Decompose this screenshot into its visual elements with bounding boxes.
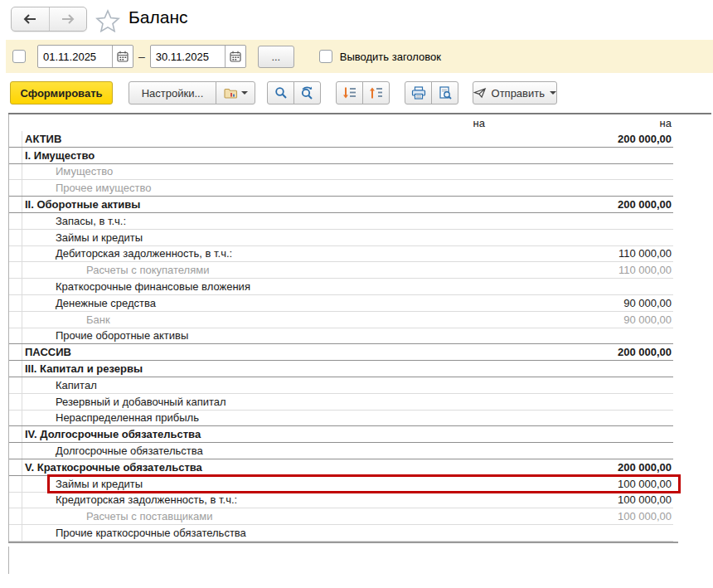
- row-label[interactable]: Резервный и добавочный капитал: [22, 396, 394, 408]
- row-value[interactable]: 200 000,00: [485, 461, 673, 474]
- settings-button[interactable]: Настройки...: [129, 81, 216, 104]
- table-row[interactable]: Прочие оборотные активы: [9, 328, 673, 345]
- table-row[interactable]: Займы и кредиты100 000,00: [9, 476, 673, 493]
- row-label[interactable]: Прочее имущество: [22, 182, 394, 194]
- date-from-value[interactable]: 01.11.2025: [38, 46, 112, 67]
- tree-gutter-cell: [9, 295, 22, 311]
- row-label[interactable]: Запасы, в т.ч.:: [22, 215, 394, 227]
- date-to-value[interactable]: 30.11.2025: [151, 46, 225, 67]
- table-row[interactable]: V. Краткосрочные обязательства200 000,00: [9, 459, 673, 476]
- print-icon: [411, 86, 426, 100]
- table-row[interactable]: Прочие краткосрочные обязательства: [9, 525, 673, 542]
- row-label[interactable]: V. Краткосрочные обязательства: [22, 461, 394, 474]
- row-value[interactable]: 90 000,00: [485, 313, 673, 326]
- table-row[interactable]: Запасы, в т.ч.:: [9, 213, 673, 230]
- row-label[interactable]: Имущество: [22, 165, 394, 177]
- row-value[interactable]: 110 000,00: [485, 247, 673, 260]
- row-value[interactable]: 100 000,00: [485, 493, 673, 506]
- row-label[interactable]: II. Оборотные активы: [22, 198, 394, 211]
- table-row[interactable]: Капитал: [9, 377, 673, 394]
- date-to-field[interactable]: 30.11.2025: [150, 45, 246, 68]
- row-label[interactable]: Капитал: [22, 379, 394, 391]
- date-from-calendar-button[interactable]: [112, 46, 133, 67]
- date-to-calendar-button[interactable]: [225, 46, 245, 67]
- row-label[interactable]: I. Имущество: [22, 149, 394, 162]
- table-row[interactable]: Кредиторская задолженность, в т.ч.:100 0…: [9, 493, 673, 509]
- table-row[interactable]: II. Оборотные активы200 000,00: [9, 197, 673, 213]
- table-row[interactable]: IV. Долгосрочные обязательства: [9, 426, 673, 443]
- row-label[interactable]: Кредиторская задолженность, в т.ч.:: [22, 493, 394, 506]
- row-label[interactable]: Расчеты с поставщиками: [22, 510, 394, 522]
- cancel-search-button[interactable]: [293, 81, 321, 104]
- collapse-groups-button[interactable]: [336, 81, 363, 104]
- row-label[interactable]: Прочие краткосрочные обязательства: [22, 527, 394, 539]
- row-label[interactable]: ПАССИВ: [22, 346, 394, 358]
- table-row[interactable]: АКТИВ200 000,00: [9, 131, 673, 148]
- cancel-search-icon: [300, 86, 315, 100]
- row-label[interactable]: Займы и кредиты: [22, 478, 394, 490]
- row-value[interactable]: 110 000,00: [485, 264, 673, 276]
- table-row[interactable]: Денежные средства90 000,00: [9, 295, 673, 312]
- print-button[interactable]: [405, 81, 432, 104]
- table-row[interactable]: Займы и кредиты: [9, 230, 673, 246]
- table-row[interactable]: Прочее имущество: [9, 180, 673, 197]
- row-value[interactable]: 100 000,00: [485, 510, 673, 522]
- search-group: [267, 81, 321, 104]
- favorite-button[interactable]: [95, 9, 120, 36]
- generate-button[interactable]: Сформировать: [10, 81, 113, 104]
- tree-gutter-cell: [9, 443, 22, 459]
- tree-gutter-cell: [9, 131, 22, 147]
- row-label[interactable]: Прочие оборотные активы: [22, 329, 394, 342]
- tree-gutter-cell: [9, 508, 22, 524]
- row-value[interactable]: 100 000,00: [485, 478, 673, 490]
- row-label[interactable]: Нераспределенная прибыль: [22, 411, 394, 424]
- row-label[interactable]: АКТИВ: [22, 133, 394, 145]
- show-header-checkbox[interactable]: [319, 50, 332, 63]
- row-label[interactable]: Дебиторская задолженность, в т.ч.:: [22, 247, 394, 260]
- row-value[interactable]: 200 000,00: [485, 346, 673, 358]
- row-label[interactable]: Займы и кредиты: [22, 231, 394, 244]
- period-checkbox[interactable]: [12, 50, 26, 63]
- show-header-label[interactable]: Выводить заголовок: [340, 51, 441, 63]
- settings-group: Настройки...: [129, 81, 255, 104]
- row-label[interactable]: Расчеты с покупателями: [22, 264, 394, 276]
- star-icon: [95, 9, 120, 32]
- table-row[interactable]: Резервный и добавочный капитал: [9, 394, 673, 411]
- row-value[interactable]: 90 000,00: [485, 297, 673, 309]
- tree-gutter-cell: [9, 344, 22, 360]
- table-row[interactable]: Расчеты с поставщиками100 000,00: [9, 508, 673, 525]
- table-row[interactable]: I. Имущество: [9, 148, 673, 164]
- print-preview-button[interactable]: [431, 81, 458, 104]
- period-more-button[interactable]: ...: [258, 46, 294, 68]
- row-label[interactable]: Краткосрочные финансовые вложения: [22, 280, 394, 293]
- row-value[interactable]: 200 000,00: [485, 198, 673, 211]
- row-label[interactable]: IV. Долгосрочные обязательства: [22, 428, 394, 440]
- row-value[interactable]: 200 000,00: [485, 133, 673, 145]
- date-from-field[interactable]: 01.11.2025: [37, 45, 133, 68]
- expand-groups-button[interactable]: [362, 81, 390, 104]
- forward-button[interactable]: [49, 7, 87, 31]
- header-value-cell: на: [485, 117, 673, 129]
- table-row[interactable]: Банк90 000,00: [9, 312, 673, 328]
- period-separator: –: [138, 50, 145, 63]
- filter-bar: 01.11.2025 – 30.11.2025 ... Выводить заг…: [6, 40, 713, 73]
- row-label[interactable]: Денежные средства: [22, 297, 394, 309]
- table-row[interactable]: ПАССИВ200 000,00: [9, 344, 673, 361]
- report-variants-icon: [224, 87, 238, 100]
- report-variants-button[interactable]: [216, 81, 255, 104]
- table-row[interactable]: Расчеты с покупателями110 000,00: [9, 262, 673, 279]
- table-row[interactable]: Краткосрочные финансовые вложения: [9, 279, 673, 295]
- table-row[interactable]: Имущество: [9, 164, 673, 181]
- send-button[interactable]: Отправить: [473, 81, 557, 104]
- chevron-down-icon: [241, 91, 248, 95]
- table-row[interactable]: Дебиторская задолженность, в т.ч.:110 00…: [9, 246, 673, 263]
- row-label[interactable]: III. Капитал и резервы: [22, 362, 394, 375]
- row-label[interactable]: Долгосрочные обязательства: [22, 445, 394, 457]
- row-label[interactable]: Банк: [22, 313, 394, 326]
- table-row[interactable]: III. Капитал и резервы: [9, 361, 673, 377]
- back-button[interactable]: [12, 7, 49, 31]
- search-button[interactable]: [267, 81, 294, 104]
- table-row[interactable]: Нераспределенная прибыль: [9, 411, 673, 427]
- table-row[interactable]: Долгосрочные обязательства: [9, 443, 673, 459]
- header-mid-cell: на: [394, 117, 485, 129]
